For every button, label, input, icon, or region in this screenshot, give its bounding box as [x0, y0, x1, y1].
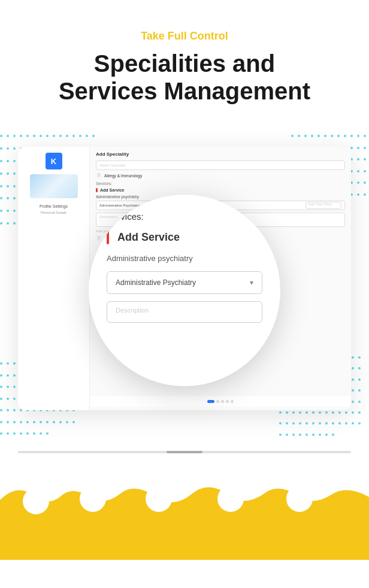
svg-point-4 [286, 486, 313, 512]
tooth-icon: 🦷 [96, 173, 102, 178]
select-speciality-input[interactable]: Select Speciality [96, 160, 345, 170]
scroll-bar[interactable] [18, 451, 351, 453]
pag-dot-4[interactable] [226, 400, 229, 403]
circle-zoom-overlay: Services: Add Service Administrative psy… [89, 195, 280, 386]
circle-add-label: Add Service [117, 231, 180, 244]
svg-point-1 [80, 486, 106, 512]
derm-icon: 🦷 [96, 236, 102, 241]
screenshot-area: K Profile Settings Personal Details Add … [0, 123, 369, 458]
chevron-down-icon: ▾ [250, 278, 253, 287]
add-speciality-title: Add Speciality [96, 151, 345, 157]
admin-psych-small: Administrative psychiatry [96, 195, 345, 199]
bottom-yellow-section [0, 464, 369, 560]
hero-section: Take Full Control Specialities and Servi… [0, 0, 369, 117]
pag-dot-3[interactable] [221, 400, 224, 403]
sidebar-personal-label: Personal Details [41, 211, 67, 214]
circle-description[interactable]: Description [107, 301, 262, 323]
circle-add-service-row: Add Service [107, 230, 262, 244]
svg-point-2 [146, 486, 172, 512]
pag-dot-5[interactable] [231, 400, 234, 403]
app-banner-thumb [30, 174, 78, 198]
tagline: Take Full Control [12, 30, 357, 43]
app-logo: K [46, 153, 62, 169]
services-label: Services: [96, 181, 345, 186]
yellow-wave-svg [0, 464, 369, 560]
allergy-row: 🦷 Allergy & Immunology [96, 173, 345, 178]
circle-admin-psych: Administrative psychiatry [107, 254, 262, 263]
circle-dropdown[interactable]: Administrative Psychiatry ▾ [107, 271, 262, 294]
circle-dropdown-text: Administrative Psychiatry [116, 278, 196, 287]
pag-dot-2[interactable] [216, 400, 219, 403]
main-title: Specialities and Services Management [12, 50, 357, 105]
pag-dot-1[interactable] [207, 400, 214, 403]
app-sidebar: K Profile Settings Personal Details [18, 147, 90, 410]
pagination [90, 396, 351, 407]
scroll-thumb [167, 451, 202, 453]
red-accent-bar [96, 188, 98, 192]
add-service-label: Add Service [100, 188, 124, 192]
svg-point-3 [217, 486, 244, 512]
add-service-row: Add Service [96, 188, 345, 192]
circle-services-label: Services: [107, 211, 262, 222]
svg-point-0 [23, 488, 49, 514]
sidebar-profile-label: Profile Settings [40, 204, 68, 208]
